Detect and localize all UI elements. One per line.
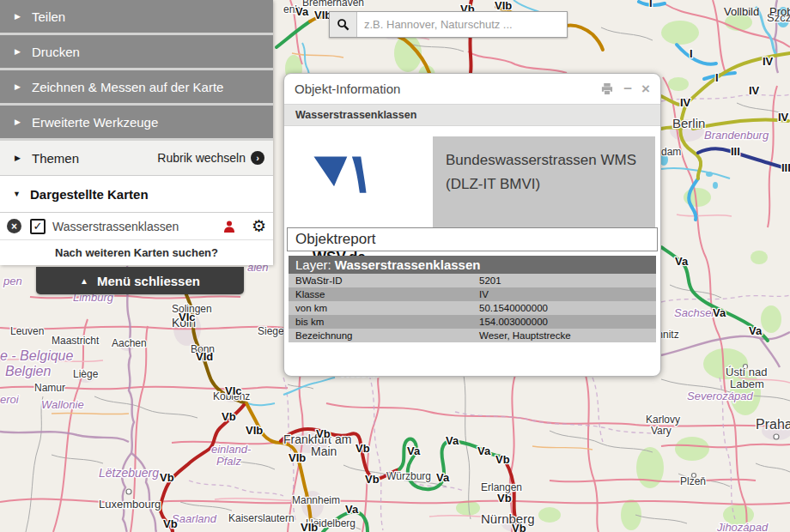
waterway-class-label: Va — [436, 471, 450, 484]
user-icon[interactable] — [222, 220, 236, 233]
print-icon[interactable] — [600, 82, 614, 95]
sidebar-item-erweiterte-werkzeuge[interactable]: ▶ Erweiterte Werkzeuge — [0, 106, 273, 141]
waterway-class-label: VIb — [246, 424, 263, 437]
map-city-label: Leuven — [10, 325, 44, 337]
waterway-class-label: VIb — [289, 451, 306, 464]
waterway-class-label: VIc — [225, 384, 242, 397]
sidebar-item-label: Zeichnen & Messen auf der Karte — [32, 80, 223, 94]
sidebar-item-zeichnen-messen[interactable]: ▶ Zeichnen & Messen auf der Karte — [0, 70, 273, 106]
waterway-class-label: IV — [749, 84, 760, 97]
sidebar: ▶ Teilen ▶ Drucken ▶ Zeichnen & Messen a… — [0, 0, 273, 265]
attr-value: 154.003000000 — [472, 315, 656, 329]
waterway-class-label: IV — [680, 96, 691, 109]
search-icon — [337, 18, 349, 31]
map-region-label: Sachsen — [674, 306, 718, 319]
chevron-right-icon: ▶ — [15, 82, 32, 91]
map-city-label: Berlin — [672, 116, 705, 130]
map-city-label: Mannheim — [292, 494, 340, 506]
dialog-header[interactable]: Objekt-Information − × — [284, 74, 660, 104]
map-region-label: e - Belgique — [0, 348, 73, 363]
wsv-logo-icon — [310, 152, 370, 196]
sidebar-item-themen[interactable]: ▶ Themen Rubrik wechseln › — [0, 141, 273, 176]
map-city-label: Vary — [651, 425, 672, 437]
layer-list-item: × ✓ Wasserstrassenklassen ⚙ — [0, 213, 273, 240]
chevron-right-icon: ▶ — [15, 47, 32, 56]
table-layer-header: Layer: Wasserstrassenklassen — [289, 256, 656, 274]
table-row: BWaStr-ID 5201 — [289, 274, 656, 287]
sidebar-item-teilen[interactable]: ▶ Teilen — [0, 0, 273, 35]
rubrik-wechseln-label: Rubrik wechseln — [157, 151, 246, 165]
remove-layer-icon[interactable]: × — [7, 219, 21, 233]
chevron-right-icon: ▶ — [15, 12, 32, 21]
map-city-label: Namur — [34, 382, 65, 394]
arrow-circle-icon: › — [251, 151, 264, 165]
close-icon[interactable]: × — [641, 82, 650, 96]
waterway-class-label: Vb — [365, 473, 380, 486]
table-row: Klasse IV — [289, 287, 656, 301]
minimize-icon[interactable]: − — [623, 82, 632, 96]
waterway-class-label: Vb — [497, 492, 512, 505]
chevron-right-icon: ▶ — [15, 154, 32, 162]
map-region-label: Saarland — [172, 512, 217, 525]
map-region-label: pen — [3, 275, 22, 287]
waterway-class-label: Vb — [316, 427, 331, 440]
waterway-class-label: Vb — [160, 471, 174, 484]
waterway-class-label: Vb — [512, 522, 526, 532]
object-report-title: Objektreport — [287, 227, 658, 251]
sidebar-item-label: Teilen — [32, 9, 65, 24]
map-city-label: Plzeň — [680, 475, 706, 487]
waterway-class-label: Vb — [495, 453, 510, 466]
waterway-class-label: Va — [477, 444, 491, 457]
waterway-class-label: VIc — [179, 311, 196, 323]
dialog-layer-subtitle: Wasserstrassenklassen — [284, 104, 660, 126]
map-region-label: Belgien — [5, 364, 51, 378]
map-city-label: Liège — [73, 368, 99, 380]
search-icon-button[interactable] — [330, 12, 357, 37]
map-city-label: Aachen — [112, 337, 147, 349]
table-row: von km 50.1540000000 — [289, 301, 656, 315]
sidebar-item-dargestellte-karten[interactable]: ▼ Dargestellte Karten — [0, 176, 273, 213]
map-city-label: Karlovy — [646, 414, 680, 426]
layer-checkbox[interactable]: ✓ — [30, 219, 46, 234]
search-input[interactable] — [357, 12, 567, 37]
gear-icon[interactable]: ⚙ — [252, 218, 266, 234]
service-title-line: (DLZ-IT BMVI) — [446, 172, 655, 196]
map-city-label: Luxembourg — [99, 498, 161, 511]
map-city-label: Maastricht — [52, 335, 100, 347]
sidebar-item-label: Dargestellte Karten — [30, 187, 149, 202]
map-city-label: Labem — [730, 378, 764, 390]
map-region-label: eroi — [0, 393, 20, 406]
attr-label: Klasse — [289, 287, 472, 301]
map-region-label: Pfalz — [216, 455, 241, 468]
map-city-label: Kaiserslautern — [228, 512, 295, 524]
map-region-label: Wallonie — [41, 398, 84, 411]
layer-prefix: Layer: — [295, 257, 335, 272]
waterway-class-label: VIb — [495, 0, 512, 12]
waterway-class-label: III — [781, 161, 790, 174]
waterway-class-label: Vb — [222, 410, 236, 423]
attribute-table: Layer: Wasserstrassenklassen BWaStr-ID 5… — [289, 256, 656, 342]
waterway-class-label: Va — [407, 444, 421, 457]
sidebar-item-drucken[interactable]: ▶ Drucken — [0, 35, 273, 70]
chevron-up-icon: ▲ — [80, 276, 88, 286]
table-row: Bezeichnung Weser, Hauptstrecke — [289, 329, 656, 342]
waterway-class-label: III — [731, 145, 740, 158]
search-bar — [329, 11, 568, 38]
map-city-label: Nürnberg — [481, 511, 535, 526]
attr-label: bis km — [289, 315, 472, 329]
map-region-label: einland- — [211, 443, 252, 456]
map-region-label: Jihozápad — [716, 521, 769, 532]
chevron-down-icon: ▼ — [13, 190, 30, 198]
fullscreen-link[interactable]: Vollbild — [724, 5, 759, 18]
search-more-maps-link[interactable]: Nach weiteren Karten suchen? — [0, 240, 273, 265]
attr-value: 50.1540000000 — [472, 301, 656, 315]
map-region-label: Brandenburg — [704, 129, 769, 142]
menu-close-button[interactable]: ▲ Menü schliessen — [36, 267, 244, 294]
map-region-label: Lëtzebuerg — [99, 466, 159, 480]
report-problem-link[interactable]: Probl — [769, 5, 790, 18]
dialog-body: WSV.de Wasser- und Schifffahrtsverwaltun… — [284, 126, 660, 375]
rubrik-wechseln-link[interactable]: Rubrik wechseln › — [157, 151, 264, 165]
map-city-label: Praha — [756, 417, 790, 432]
map-city-label: Würzburg — [386, 470, 431, 482]
attr-label: Bezeichnung — [289, 329, 472, 342]
